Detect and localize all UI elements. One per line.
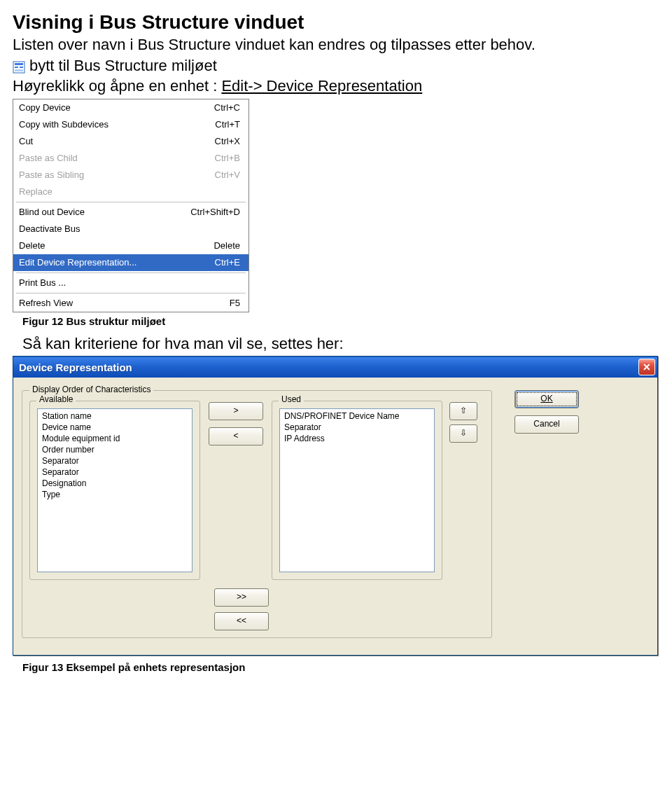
svg-rect-1 [15, 63, 23, 65]
para-intro: Listen over navn i Bus Structure vinduet… [13, 35, 659, 55]
close-icon: ✕ [643, 362, 651, 372]
list-item[interactable]: Designation [38, 478, 192, 489]
used-listbox[interactable]: DNS/PROFINET Device Name Separator IP Ad… [279, 408, 435, 572]
menu-separator [16, 293, 246, 293]
list-item[interactable]: Separator [280, 422, 434, 433]
menu-item-deactivate-bus[interactable]: Deactivate Bus [13, 221, 248, 237]
move-all-left-button[interactable]: << [214, 612, 269, 630]
svg-rect-2 [15, 67, 18, 68]
close-button[interactable]: ✕ [638, 359, 655, 375]
menu-item-copy-device[interactable]: Copy DeviceCtrl+C [13, 99, 248, 116]
menu-item-print-bus[interactable]: Print Bus ... [13, 275, 248, 291]
para-instruction: Høyreklikk og åpne en enhet : Edit-> Dev… [13, 76, 659, 96]
svg-rect-4 [15, 69, 23, 71]
menu-item-blind-out[interactable]: Blind out DeviceCtrl+Shift+D [13, 204, 248, 221]
menu-item-refresh-view[interactable]: Refresh ViewF5 [13, 295, 248, 312]
available-label: Available [36, 394, 76, 404]
para-icon-line: bytt til Bus Structure miljøet [29, 56, 217, 76]
menu-separator [16, 202, 246, 202]
svg-rect-3 [20, 67, 23, 68]
menu-item-paste-sibling: Paste as SiblingCtrl+V [13, 167, 248, 184]
list-item[interactable]: Separator [38, 466, 192, 478]
dialog-titlebar: Device Representation ✕ [13, 357, 657, 378]
move-down-button[interactable]: ⇩ [449, 424, 477, 443]
used-label: Used [279, 394, 304, 404]
list-item[interactable]: Module equipment id [38, 433, 192, 444]
list-item[interactable]: Device name [38, 422, 192, 433]
display-order-group-label: Display Order of Characteristics [29, 385, 153, 394]
menu-item-cut[interactable]: CutCtrl+X [13, 133, 248, 150]
list-item[interactable]: Station name [38, 410, 192, 422]
cancel-button[interactable]: Cancel [514, 415, 579, 434]
ok-button[interactable]: OK [514, 390, 579, 408]
list-item[interactable]: Type [38, 489, 192, 500]
list-item[interactable]: DNS/PROFINET Device Name [280, 410, 434, 422]
menu-item-edit-device-representation[interactable]: Edit Device Representation...Ctrl+E [13, 254, 248, 271]
move-all-right-button[interactable]: >> [214, 588, 269, 607]
move-right-button[interactable]: > [209, 402, 263, 420]
device-representation-dialog: Device Representation ✕ Display Order of… [13, 356, 658, 656]
figure-caption-12: Figur 12 Bus struktur miljøet [22, 315, 659, 327]
menu-item-copy-subdevices[interactable]: Copy with SubdevicesCtrl+T [13, 116, 248, 133]
move-up-button[interactable]: ⇧ [449, 402, 477, 420]
section-heading: Visning i Bus Structure vinduet [13, 11, 659, 34]
list-item[interactable]: Separator [38, 455, 192, 466]
menu-item-paste-child: Paste as ChildCtrl+B [13, 150, 248, 167]
menu-item-delete[interactable]: DeleteDelete [13, 237, 248, 254]
figure-caption-13: Figur 13 Eksempel på enhets representasj… [22, 661, 659, 673]
para-criteria: Så kan kriteriene for hva man vil se, se… [22, 334, 659, 354]
list-item[interactable]: Order number [38, 444, 192, 455]
dialog-title: Device Representation [19, 361, 132, 373]
menu-item-replace: Replace [13, 184, 248, 200]
bus-structure-icon [13, 59, 25, 71]
list-item[interactable]: IP Address [280, 433, 434, 444]
menu-separator [16, 272, 246, 273]
move-left-button[interactable]: < [209, 427, 263, 445]
context-menu: Copy DeviceCtrl+C Copy with SubdevicesCt… [13, 99, 249, 312]
available-listbox[interactable]: Station name Device name Module equipmen… [37, 408, 192, 572]
